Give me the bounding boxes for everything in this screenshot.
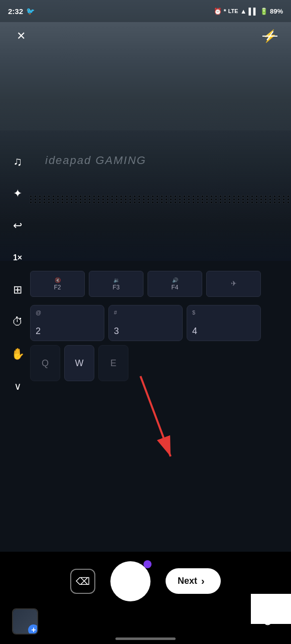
vent-dot (202, 196, 203, 197)
key-4: $ 4 (187, 305, 261, 341)
vent-dot (107, 199, 108, 200)
chevron-down-icon: ∨ (14, 380, 22, 392)
delete-button[interactable]: ⌫ (70, 569, 95, 594)
vent-dot (98, 196, 99, 197)
fn-key-f5: ✈ (206, 271, 261, 297)
vent-dot (197, 202, 199, 203)
vent-dot (211, 196, 212, 197)
vent-dot (278, 202, 280, 203)
vent-dot (120, 199, 122, 200)
vent-dot (44, 196, 45, 197)
vent-dot (62, 196, 63, 197)
camera-controls: ⌫ Next › (0, 552, 291, 610)
status-right: ⏰ * LTE ▲ ▌▌ 🔋 89% (214, 8, 283, 15)
vent-dot (80, 199, 81, 200)
fn-key-row: 🔇 F2 🔉 F3 🔊 F4 ✈ (0, 261, 291, 301)
vent-dot (80, 202, 81, 203)
zoom-label: 1× (13, 253, 22, 262)
vent-dot (111, 202, 113, 203)
fn-key-f2: 🔇 F2 (30, 271, 85, 297)
vent-dot (71, 196, 72, 197)
vent-dot (116, 196, 117, 197)
music-button[interactable]: ♫ (7, 150, 29, 173)
shutter-progress (143, 560, 152, 568)
vent-dot (251, 196, 253, 197)
vent-dot (242, 199, 244, 200)
effects-button[interactable]: ✦ (7, 183, 29, 205)
layout-button[interactable]: ⊞ (7, 279, 29, 301)
plus-icon: + (31, 625, 36, 634)
hand-button[interactable]: ✋ (7, 343, 29, 365)
timer-icon: ⏱ (12, 315, 23, 329)
vent-dot (89, 202, 90, 203)
vent-dot (44, 199, 45, 200)
vent-dot (188, 196, 190, 197)
vent-dot (193, 196, 194, 197)
flash-button[interactable]: ⚡ / (259, 25, 281, 47)
gallery-thumbnail[interactable]: + (12, 608, 38, 634)
vent-dot (39, 202, 41, 203)
vent-dot (287, 199, 289, 200)
wifi-icon: ▲ (240, 8, 247, 15)
vent-dot (57, 202, 59, 203)
vent-dot (48, 196, 50, 197)
gallery-area: + ↺ (0, 610, 291, 637)
vent-dot (129, 199, 131, 200)
vent-dot (184, 196, 185, 197)
vent-dot (269, 199, 271, 200)
vent-dot (224, 196, 226, 197)
shutter-button[interactable] (110, 561, 151, 601)
vent-dot (188, 202, 190, 203)
vent-dot (125, 202, 126, 203)
vent-dot (84, 199, 86, 200)
vent-dot (238, 202, 239, 203)
vent-dot (202, 202, 203, 203)
vent-dot (242, 196, 244, 197)
bottom-area: ⌫ Next › + ↺ (0, 552, 291, 644)
vent-dot (161, 199, 163, 200)
signal-icon: ▌▌ (249, 8, 258, 15)
vent-dot (53, 199, 54, 200)
layout-icon: ⊞ (13, 283, 22, 296)
vent-dot (143, 202, 144, 203)
collapse-button[interactable]: ∨ (7, 375, 29, 397)
vent-dot (256, 199, 257, 200)
vent-dot (89, 199, 90, 200)
delete-icon: ⌫ (76, 575, 90, 587)
vent-dot (242, 202, 244, 203)
vent-dot (260, 196, 262, 197)
status-time: 2:32 (8, 7, 23, 16)
vent-dot (116, 199, 117, 200)
vent-dot (179, 196, 181, 197)
vent-dot (283, 199, 284, 200)
timer-button[interactable]: ⏱ (7, 311, 29, 333)
add-to-gallery-button[interactable]: + (28, 624, 38, 634)
vent-dot (197, 196, 199, 197)
vent-dot (224, 199, 226, 200)
vent-dot (84, 202, 86, 203)
next-button[interactable]: Next › (166, 568, 221, 594)
vent-dot (193, 202, 194, 203)
vent-dot (197, 199, 199, 200)
vent-dot (71, 199, 72, 200)
vent-dot (166, 196, 167, 197)
zoom-button[interactable]: 1× (7, 247, 29, 269)
hand-icon: ✋ (11, 348, 25, 361)
vent-dot (265, 202, 266, 203)
vent-dot (278, 196, 280, 197)
undo-button[interactable]: ↩ (7, 215, 29, 237)
vent-dot (215, 196, 217, 197)
status-left: 2:32 🐦 (8, 7, 35, 16)
vent-dot (229, 202, 230, 203)
vent-dot (256, 196, 257, 197)
close-button[interactable]: ✕ (10, 25, 32, 47)
vent-dot (62, 202, 63, 203)
vent-dot (148, 196, 149, 197)
vent-dot (206, 196, 208, 197)
vent-dot (157, 196, 158, 197)
key-3: # 3 (108, 305, 183, 341)
vent-dot (62, 199, 63, 200)
battery-pct: 89% (270, 8, 283, 15)
vent-dot (211, 199, 212, 200)
vent-dot (89, 196, 90, 197)
